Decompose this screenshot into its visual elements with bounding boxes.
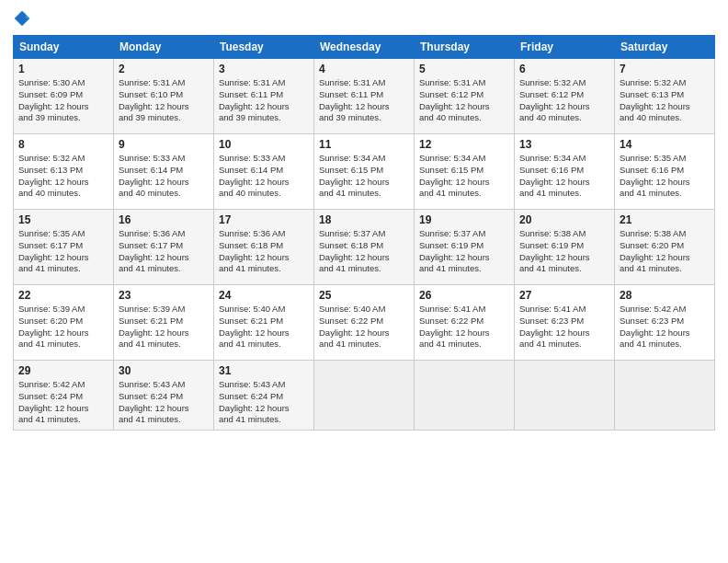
day-number: 4 bbox=[319, 63, 409, 75]
day-number: 27 bbox=[519, 289, 609, 302]
day-info: Sunrise: 5:41 AMSunset: 6:22 PMDaylight:… bbox=[419, 304, 509, 350]
day-info: Sunrise: 5:37 AMSunset: 6:18 PMDaylight:… bbox=[319, 228, 409, 275]
day-number: 20 bbox=[519, 213, 609, 226]
day-number: 24 bbox=[219, 289, 309, 302]
day-header-saturday: Saturday bbox=[615, 36, 715, 59]
header bbox=[13, 9, 715, 28]
day-info: Sunrise: 5:30 AMSunset: 6:09 PMDaylight:… bbox=[18, 77, 108, 124]
day-number: 29 bbox=[18, 364, 108, 377]
day-info: Sunrise: 5:42 AMSunset: 6:23 PMDaylight:… bbox=[620, 304, 710, 350]
week-row-2: 8Sunrise: 5:32 AMSunset: 6:13 PMDaylight… bbox=[14, 134, 715, 210]
day-number: 3 bbox=[219, 63, 309, 75]
day-number: 31 bbox=[219, 364, 309, 377]
day-number: 10 bbox=[219, 138, 309, 151]
day-info: Sunrise: 5:38 AMSunset: 6:19 PMDaylight:… bbox=[519, 228, 609, 275]
day-info: Sunrise: 5:31 AMSunset: 6:12 PMDaylight:… bbox=[419, 77, 509, 124]
day-number: 9 bbox=[119, 138, 209, 151]
day-cell: 12Sunrise: 5:34 AMSunset: 6:15 PMDayligh… bbox=[415, 134, 515, 210]
week-row-4: 22Sunrise: 5:39 AMSunset: 6:20 PMDayligh… bbox=[14, 285, 715, 361]
day-cell: 6Sunrise: 5:32 AMSunset: 6:12 PMDaylight… bbox=[515, 59, 615, 134]
day-info: Sunrise: 5:40 AMSunset: 6:22 PMDaylight:… bbox=[319, 304, 409, 350]
day-number: 13 bbox=[519, 138, 609, 151]
day-cell: 22Sunrise: 5:39 AMSunset: 6:20 PMDayligh… bbox=[14, 285, 114, 361]
day-number: 18 bbox=[319, 213, 409, 226]
day-info: Sunrise: 5:41 AMSunset: 6:23 PMDaylight:… bbox=[519, 304, 609, 350]
day-number: 30 bbox=[119, 364, 209, 377]
day-header-wednesday: Wednesday bbox=[314, 36, 415, 59]
day-cell: 7Sunrise: 5:32 AMSunset: 6:13 PMDaylight… bbox=[615, 59, 715, 134]
day-header-friday: Friday bbox=[515, 36, 615, 59]
week-row-1: 1Sunrise: 5:30 AMSunset: 6:09 PMDaylight… bbox=[14, 59, 715, 134]
day-cell: 29Sunrise: 5:42 AMSunset: 6:24 PMDayligh… bbox=[14, 361, 114, 431]
day-cell: 25Sunrise: 5:40 AMSunset: 6:22 PMDayligh… bbox=[314, 285, 415, 361]
day-info: Sunrise: 5:42 AMSunset: 6:24 PMDaylight:… bbox=[18, 379, 108, 426]
day-number: 28 bbox=[620, 289, 710, 302]
day-header-tuesday: Tuesday bbox=[214, 36, 314, 59]
day-info: Sunrise: 5:36 AMSunset: 6:17 PMDaylight:… bbox=[119, 228, 209, 275]
day-header-thursday: Thursday bbox=[415, 36, 515, 59]
page: SundayMondayTuesdayWednesdayThursdayFrid… bbox=[0, 0, 728, 563]
calendar: SundayMondayTuesdayWednesdayThursdayFrid… bbox=[13, 35, 715, 431]
day-info: Sunrise: 5:38 AMSunset: 6:20 PMDaylight:… bbox=[620, 228, 710, 275]
day-info: Sunrise: 5:37 AMSunset: 6:19 PMDaylight:… bbox=[419, 228, 509, 275]
day-header-monday: Monday bbox=[114, 36, 214, 59]
day-number: 15 bbox=[18, 213, 108, 226]
day-number: 1 bbox=[18, 63, 108, 75]
day-number: 25 bbox=[319, 289, 409, 302]
day-cell bbox=[415, 361, 515, 431]
day-cell: 24Sunrise: 5:40 AMSunset: 6:21 PMDayligh… bbox=[214, 285, 314, 361]
day-info: Sunrise: 5:39 AMSunset: 6:20 PMDaylight:… bbox=[18, 304, 108, 350]
day-cell: 28Sunrise: 5:42 AMSunset: 6:23 PMDayligh… bbox=[615, 285, 715, 361]
day-number: 17 bbox=[219, 213, 309, 226]
day-cell: 17Sunrise: 5:36 AMSunset: 6:18 PMDayligh… bbox=[214, 210, 314, 285]
day-info: Sunrise: 5:39 AMSunset: 6:21 PMDaylight:… bbox=[119, 304, 209, 350]
day-info: Sunrise: 5:32 AMSunset: 6:13 PMDaylight:… bbox=[620, 77, 710, 124]
day-number: 23 bbox=[119, 289, 209, 302]
day-info: Sunrise: 5:31 AMSunset: 6:11 PMDaylight:… bbox=[319, 77, 409, 124]
day-cell: 13Sunrise: 5:34 AMSunset: 6:16 PMDayligh… bbox=[515, 134, 615, 210]
day-cell: 31Sunrise: 5:43 AMSunset: 6:24 PMDayligh… bbox=[214, 361, 314, 431]
day-cell: 19Sunrise: 5:37 AMSunset: 6:19 PMDayligh… bbox=[415, 210, 515, 285]
week-row-3: 15Sunrise: 5:35 AMSunset: 6:17 PMDayligh… bbox=[14, 210, 715, 285]
day-number: 21 bbox=[620, 213, 710, 226]
day-info: Sunrise: 5:43 AMSunset: 6:24 PMDaylight:… bbox=[119, 379, 209, 426]
day-cell: 16Sunrise: 5:36 AMSunset: 6:17 PMDayligh… bbox=[114, 210, 214, 285]
day-cell: 21Sunrise: 5:38 AMSunset: 6:20 PMDayligh… bbox=[615, 210, 715, 285]
logo bbox=[13, 9, 35, 28]
day-info: Sunrise: 5:34 AMSunset: 6:16 PMDaylight:… bbox=[519, 153, 609, 200]
day-headers-row: SundayMondayTuesdayWednesdayThursdayFrid… bbox=[14, 36, 715, 59]
day-info: Sunrise: 5:33 AMSunset: 6:14 PMDaylight:… bbox=[119, 153, 209, 200]
day-info: Sunrise: 5:35 AMSunset: 6:17 PMDaylight:… bbox=[18, 228, 108, 275]
day-info: Sunrise: 5:34 AMSunset: 6:15 PMDaylight:… bbox=[419, 153, 509, 200]
day-info: Sunrise: 5:32 AMSunset: 6:12 PMDaylight:… bbox=[519, 77, 609, 124]
day-info: Sunrise: 5:31 AMSunset: 6:10 PMDaylight:… bbox=[119, 77, 209, 124]
day-cell: 9Sunrise: 5:33 AMSunset: 6:14 PMDaylight… bbox=[114, 134, 214, 210]
day-cell: 18Sunrise: 5:37 AMSunset: 6:18 PMDayligh… bbox=[314, 210, 415, 285]
day-cell bbox=[314, 361, 415, 431]
day-info: Sunrise: 5:32 AMSunset: 6:13 PMDaylight:… bbox=[18, 153, 108, 200]
day-number: 16 bbox=[119, 213, 209, 226]
day-info: Sunrise: 5:33 AMSunset: 6:14 PMDaylight:… bbox=[219, 153, 309, 200]
day-cell: 11Sunrise: 5:34 AMSunset: 6:15 PMDayligh… bbox=[314, 134, 415, 210]
day-info: Sunrise: 5:40 AMSunset: 6:21 PMDaylight:… bbox=[219, 304, 309, 350]
day-number: 22 bbox=[18, 289, 108, 302]
day-cell: 2Sunrise: 5:31 AMSunset: 6:10 PMDaylight… bbox=[114, 59, 214, 134]
day-cell: 4Sunrise: 5:31 AMSunset: 6:11 PMDaylight… bbox=[314, 59, 415, 134]
day-info: Sunrise: 5:31 AMSunset: 6:11 PMDaylight:… bbox=[219, 77, 309, 124]
day-number: 7 bbox=[620, 63, 710, 75]
day-number: 11 bbox=[319, 138, 409, 151]
day-cell: 26Sunrise: 5:41 AMSunset: 6:22 PMDayligh… bbox=[415, 285, 515, 361]
day-info: Sunrise: 5:43 AMSunset: 6:24 PMDaylight:… bbox=[219, 379, 309, 426]
week-row-5: 29Sunrise: 5:42 AMSunset: 6:24 PMDayligh… bbox=[14, 361, 715, 431]
day-cell bbox=[515, 361, 615, 431]
day-info: Sunrise: 5:34 AMSunset: 6:15 PMDaylight:… bbox=[319, 153, 409, 200]
day-number: 26 bbox=[419, 289, 509, 302]
day-cell: 30Sunrise: 5:43 AMSunset: 6:24 PMDayligh… bbox=[114, 361, 214, 431]
day-number: 8 bbox=[18, 138, 108, 151]
day-cell: 3Sunrise: 5:31 AMSunset: 6:11 PMDaylight… bbox=[214, 59, 314, 134]
day-header-sunday: Sunday bbox=[14, 36, 114, 59]
day-number: 12 bbox=[419, 138, 509, 151]
day-number: 2 bbox=[119, 63, 209, 75]
day-cell: 27Sunrise: 5:41 AMSunset: 6:23 PMDayligh… bbox=[515, 285, 615, 361]
day-number: 14 bbox=[620, 138, 710, 151]
